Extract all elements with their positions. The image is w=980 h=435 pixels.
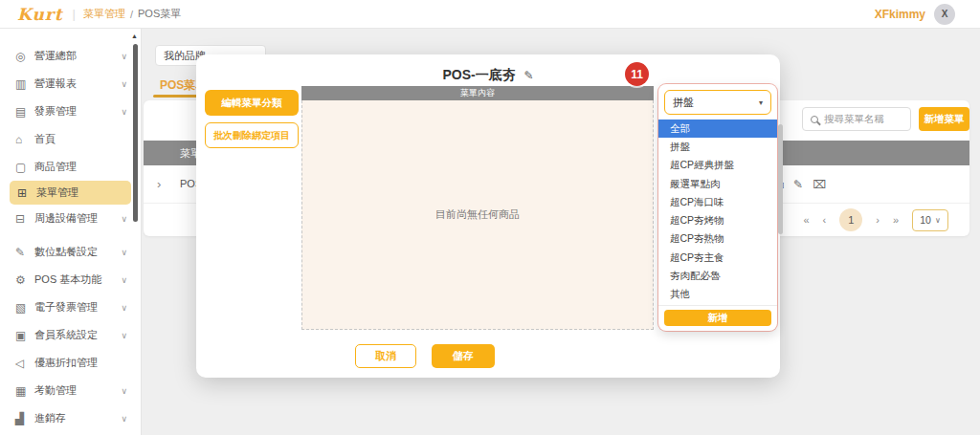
chevron-down-icon: ∨	[121, 248, 127, 257]
category-options-list: 全部 拼盤 超CP經典拼盤 嚴選單點肉 超CP海口味 超CP夯烤物 超CP夯熟物…	[658, 120, 777, 304]
caret-down-icon: ▾	[759, 98, 763, 107]
category-select[interactable]: 拼盤 ▾	[664, 90, 771, 115]
id-card-icon: ▣	[15, 329, 34, 342]
sidebar: ▲ ◎ 營運總部 ∨ ▥ 營運報表 ∨ ▤ 發票管理 ∨ ⌂ 首頁	[0, 29, 142, 435]
logo-divider: |	[73, 7, 76, 21]
target-icon: ◎	[15, 50, 34, 63]
add-category-button[interactable]: 新增	[664, 310, 771, 326]
chevron-down-icon: ∨	[121, 79, 127, 89]
breadcrumb-separator: /	[130, 9, 133, 20]
breadcrumb-section[interactable]: 菜單管理	[83, 7, 125, 21]
search-input[interactable]: 搜尋菜單名稱	[802, 107, 911, 131]
menu-content-header: 菜單內容	[301, 86, 654, 100]
prev-page-button[interactable]: ‹	[823, 214, 827, 226]
user-avatar[interactable]: X	[934, 4, 955, 25]
username[interactable]: XFkimmy	[875, 8, 925, 21]
category-option[interactable]: 拼盤	[658, 138, 777, 156]
megaphone-icon: ◁	[15, 357, 34, 370]
printer-icon: ⊟	[15, 212, 34, 226]
category-option[interactable]: 超CP海口味	[658, 193, 777, 211]
trash-icon[interactable]: ⌧	[813, 178, 826, 191]
bar-chart-icon: ▟	[15, 412, 34, 425]
sidebar-item-peripheral-devices[interactable]: ⊟ 周邊設備管理 ∨	[0, 205, 141, 232]
category-option-all[interactable]: 全部	[658, 120, 777, 138]
gear-icon: ⚙	[15, 273, 34, 287]
receipt-icon: ▧	[15, 301, 34, 315]
chevron-down-icon: ∨	[121, 214, 127, 224]
category-option[interactable]: 超CP夯主食	[658, 249, 777, 267]
empty-state-text: 目前尚無任何商品	[435, 207, 520, 222]
chart-icon: ▥	[15, 77, 34, 91]
category-option[interactable]: 超CP夯烤物	[658, 211, 777, 229]
add-menu-button[interactable]: 新增菜單	[919, 107, 969, 131]
chevron-down-icon: ∨	[121, 303, 127, 313]
sidebar-item-menu-management[interactable]: ⊞ 菜單管理	[10, 181, 131, 205]
app-window: Kurt | 菜單管理 / POS菜單 XFkimmy X ▲ ◎ 營運總部 ∨…	[0, 0, 980, 435]
save-button[interactable]: 儲存	[432, 344, 495, 368]
category-option[interactable]: 嚴選單點肉	[658, 175, 777, 193]
edit-pencil-icon[interactable]: ✎	[793, 178, 803, 191]
home-icon: ⌂	[15, 133, 34, 146]
sidebar-item-operations-hq[interactable]: ◎ 營運總部 ∨	[0, 42, 141, 70]
expand-chevron-icon[interactable]: ›	[157, 177, 180, 191]
modal-title: POS-一底夯	[442, 67, 515, 82]
modal-scrollbar[interactable]	[778, 124, 783, 234]
tutorial-step-badge: 11	[625, 62, 649, 86]
sidebar-item-home[interactable]: ⌂ 首頁	[0, 125, 141, 153]
sidebar-item-attendance-management[interactable]: ▦ 考勤管理 ∨	[0, 377, 141, 404]
sidebar-item-discount-management[interactable]: ◁ 優惠折扣管理	[0, 349, 141, 377]
scroll-up-icon[interactable]: ▲	[131, 33, 138, 39]
current-page-button[interactable]: 1	[839, 208, 862, 231]
sidebar-item-invoice-management[interactable]: ▤ 發票管理 ∨	[0, 98, 141, 125]
sidebar-item-inventory[interactable]: ▟ 進銷存 ∨	[0, 404, 141, 432]
calendar-icon: ▦	[15, 384, 34, 398]
chevron-down-icon: ∨	[121, 386, 127, 396]
search-placeholder: 搜尋菜單名稱	[824, 113, 884, 126]
last-page-button[interactable]: »	[893, 214, 899, 226]
modal-title-row: POS-一底夯 ✎	[196, 67, 780, 84]
menu-grid-icon: ⊞	[17, 186, 36, 200]
chevron-down-icon: ∨	[121, 52, 127, 61]
chevron-down-icon: ∨	[121, 275, 127, 285]
next-page-button[interactable]: ›	[876, 214, 880, 226]
shopping-bag-icon: ▢	[15, 161, 34, 174]
chevron-down-icon: ∨	[121, 107, 127, 117]
search-icon	[811, 116, 818, 123]
cancel-button[interactable]: 取消	[355, 344, 416, 368]
category-option[interactable]: 超CP夯熟物	[658, 230, 777, 249]
page-size-select[interactable]: 10 ∨	[912, 209, 948, 231]
sidebar-item-operation-reports[interactable]: ▥ 營運報表 ∨	[0, 70, 141, 98]
app-logo: Kurt	[17, 5, 63, 24]
sidebar-item-member-system[interactable]: ▣ 會員系統設定 ∨	[0, 321, 141, 349]
document-icon: ▤	[15, 105, 34, 119]
caret-down-icon: ∨	[935, 216, 941, 225]
sidebar-item-product-management[interactable]: ▢ 商品管理	[0, 153, 141, 181]
pencil-square-icon: ✎	[15, 246, 34, 259]
menu-content-dropzone: 目前尚無任何商品	[301, 100, 654, 330]
category-dropdown-panel: 拼盤 ▾ 全部 拼盤 超CP經典拼盤 嚴選單點肉 超CP海口味 超CP夯烤物 超…	[658, 84, 777, 331]
topbar: Kurt | 菜單管理 / POS菜單 XFkimmy X	[0, 0, 980, 29]
batch-delete-button[interactable]: 批次刪除綁定項目	[205, 122, 299, 148]
edit-categories-button[interactable]: 編輯菜單分類	[205, 90, 299, 116]
category-option[interactable]: 超CP經典拼盤	[658, 157, 777, 175]
breadcrumb-page: POS菜單	[138, 7, 181, 21]
divider	[658, 305, 777, 306]
first-page-button[interactable]: «	[803, 214, 809, 226]
category-option[interactable]: 夯肉配必魯	[658, 267, 777, 285]
chevron-down-icon: ∨	[121, 414, 127, 424]
edit-title-pencil-icon[interactable]: ✎	[524, 69, 534, 82]
edit-menu-modal: POS-一底夯 ✎ 編輯菜單分類 批次刪除綁定項目 菜單內容 目前尚無任何商品 …	[196, 54, 780, 378]
category-option[interactable]: 其他	[658, 286, 777, 304]
sidebar-item-digital-ordering[interactable]: ✎ 數位點餐設定 ∨	[0, 238, 141, 266]
chevron-down-icon: ∨	[121, 331, 127, 340]
sidebar-item-einvoice-management[interactable]: ▧ 電子發票管理 ∨	[0, 294, 141, 321]
sidebar-item-pos-basic-functions[interactable]: ⚙ POS 基本功能 ∨	[0, 266, 141, 294]
